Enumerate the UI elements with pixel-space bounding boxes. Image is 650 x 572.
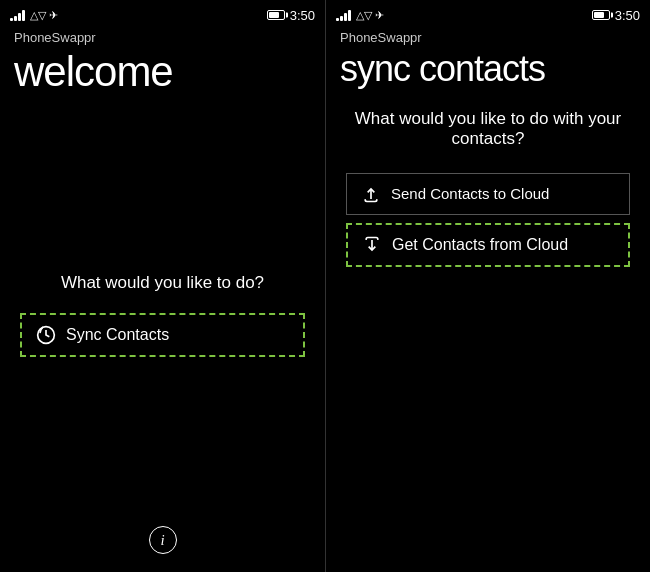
right-signal-text: ✈: [375, 9, 384, 22]
info-label: i: [160, 532, 164, 549]
left-phone-screen: △▽ ✈ 3:50 PhoneSwappr welcome What would…: [0, 0, 325, 572]
download-icon: [362, 235, 382, 255]
right-phone-screen: △▽ ✈ 3:50 PhoneSwappr sync contacts What…: [325, 0, 650, 572]
left-screen-content: What would you like to do? Sync Contacts: [0, 95, 325, 572]
signal-text: ✈: [49, 9, 58, 22]
left-page-title: welcome: [0, 45, 325, 95]
signal-icon: [10, 9, 25, 21]
right-page-title: sync contacts: [326, 45, 650, 89]
left-time: 3:50: [290, 8, 315, 23]
sync-contacts-button[interactable]: Sync Contacts: [20, 313, 305, 357]
right-wifi-icon: △▽: [356, 9, 372, 22]
right-screen-content: What would you like to do with your cont…: [326, 89, 650, 572]
info-footer[interactable]: i: [149, 526, 177, 554]
left-status-bar: △▽ ✈ 3:50: [0, 0, 325, 28]
send-contacts-button[interactable]: Send Contacts to Cloud: [346, 173, 630, 215]
right-status-left: △▽ ✈: [336, 9, 384, 22]
right-status-bar: △▽ ✈ 3:50: [326, 0, 650, 28]
get-contacts-button[interactable]: Get Contacts from Cloud: [346, 223, 630, 267]
sync-icon: [36, 325, 56, 345]
right-status-right: 3:50: [592, 8, 640, 23]
status-right: 3:50: [267, 8, 315, 23]
info-icon[interactable]: i: [149, 526, 177, 554]
send-button-label: Send Contacts to Cloud: [391, 185, 549, 202]
get-button-label: Get Contacts from Cloud: [392, 236, 568, 254]
left-prompt: What would you like to do?: [61, 273, 264, 293]
right-battery-icon: [592, 10, 610, 20]
sync-button-label: Sync Contacts: [66, 326, 169, 344]
wifi-icon: △▽: [30, 9, 46, 22]
right-signal-icon: [336, 9, 351, 21]
right-app-name: PhoneSwappr: [326, 28, 650, 45]
right-time: 3:50: [615, 8, 640, 23]
right-prompt: What would you like to do with your cont…: [346, 109, 630, 149]
status-left: △▽ ✈: [10, 9, 58, 22]
battery-icon: [267, 10, 285, 20]
upload-icon: [361, 184, 381, 204]
left-app-name: PhoneSwappr: [0, 28, 325, 45]
